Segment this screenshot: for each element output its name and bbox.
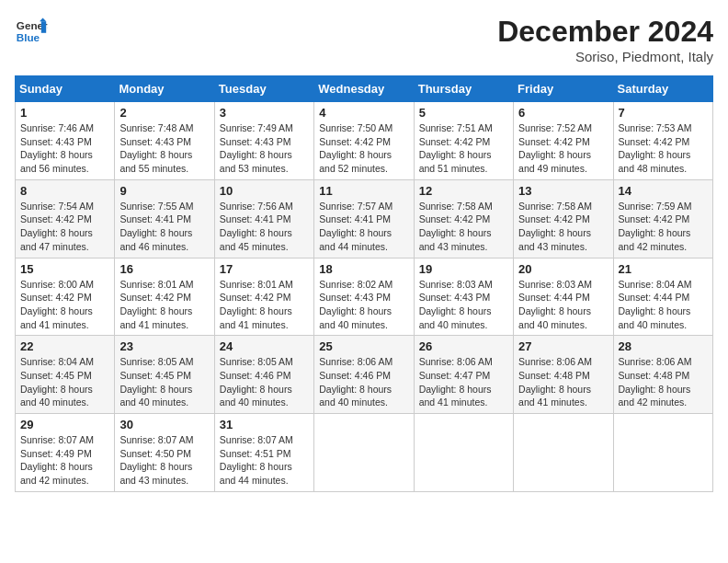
page-header: General Blue December 2024 Soriso, Piedm…: [15, 15, 713, 64]
day-number: 31: [220, 418, 309, 431]
day-detail: Sunrise: 7:53 AMSunset: 4:42 PMDaylight:…: [619, 121, 708, 176]
day-detail: Sunrise: 8:01 AMSunset: 4:42 PMDaylight:…: [119, 278, 209, 332]
day-number: 4: [319, 106, 408, 120]
calendar-cell: 31Sunrise: 8:07 AMSunset: 4:51 PMDayligh…: [214, 414, 313, 492]
header-row: SundayMondayTuesdayWednesdayThursdayFrid…: [16, 76, 713, 102]
calendar-cell: 24Sunrise: 8:05 AMSunset: 4:46 PMDayligh…: [214, 336, 313, 414]
calendar-cell: 17Sunrise: 8:01 AMSunset: 4:42 PMDayligh…: [214, 258, 313, 336]
day-detail: Sunrise: 7:54 AMSunset: 4:42 PMDaylight:…: [20, 200, 109, 254]
day-number: 18: [319, 262, 408, 276]
calendar-cell: 6Sunrise: 7:52 AMSunset: 4:42 PMDaylight…: [514, 102, 613, 180]
day-detail: Sunrise: 7:51 AMSunset: 4:42 PMDaylight:…: [419, 121, 508, 176]
day-number: 1: [20, 106, 109, 120]
day-number: 5: [419, 106, 508, 120]
calendar-cell: 19Sunrise: 8:03 AMSunset: 4:43 PMDayligh…: [414, 258, 513, 336]
day-detail: Sunrise: 8:03 AMSunset: 4:44 PMDaylight:…: [518, 278, 608, 332]
calendar-cell: 22Sunrise: 8:04 AMSunset: 4:45 PMDayligh…: [16, 336, 115, 414]
calendar-cell: 5Sunrise: 7:51 AMSunset: 4:42 PMDaylight…: [414, 102, 513, 180]
calendar-cell: 12Sunrise: 7:58 AMSunset: 4:42 PMDayligh…: [414, 179, 513, 258]
calendar-cell: 10Sunrise: 7:56 AMSunset: 4:41 PMDayligh…: [214, 179, 313, 258]
calendar-cell: 23Sunrise: 8:05 AMSunset: 4:45 PMDayligh…: [115, 336, 214, 414]
day-detail: Sunrise: 8:06 AMSunset: 4:47 PMDaylight:…: [419, 355, 508, 409]
calendar-week-row: 1Sunrise: 7:46 AMSunset: 4:43 PMDaylight…: [16, 102, 713, 180]
day-detail: Sunrise: 8:05 AMSunset: 4:45 PMDaylight:…: [119, 355, 209, 409]
day-number: 16: [119, 262, 209, 276]
day-number: 29: [20, 418, 109, 431]
day-detail: Sunrise: 8:06 AMSunset: 4:46 PMDaylight:…: [319, 355, 408, 409]
weekday-header: Friday: [514, 76, 613, 102]
day-number: 22: [20, 339, 109, 353]
day-detail: Sunrise: 7:58 AMSunset: 4:42 PMDaylight:…: [419, 200, 508, 254]
day-detail: Sunrise: 7:58 AMSunset: 4:42 PMDaylight:…: [518, 200, 608, 254]
day-number: 28: [619, 339, 708, 353]
day-number: 11: [319, 184, 408, 198]
day-detail: Sunrise: 8:02 AMSunset: 4:43 PMDaylight:…: [319, 278, 408, 332]
calendar-table: SundayMondayTuesdayWednesdayThursdayFrid…: [15, 75, 713, 492]
calendar-cell: 28Sunrise: 8:06 AMSunset: 4:48 PMDayligh…: [613, 336, 712, 414]
calendar-week-row: 8Sunrise: 7:54 AMSunset: 4:42 PMDaylight…: [16, 179, 713, 258]
calendar-cell: [314, 414, 414, 492]
calendar-cell: 16Sunrise: 8:01 AMSunset: 4:42 PMDayligh…: [115, 258, 214, 336]
calendar-cell: 14Sunrise: 7:59 AMSunset: 4:42 PMDayligh…: [613, 179, 712, 258]
calendar-cell: 29Sunrise: 8:07 AMSunset: 4:49 PMDayligh…: [16, 414, 115, 492]
day-detail: Sunrise: 8:05 AMSunset: 4:46 PMDaylight:…: [220, 355, 309, 409]
day-number: 19: [419, 262, 508, 276]
day-detail: Sunrise: 7:55 AMSunset: 4:41 PMDaylight:…: [119, 200, 209, 254]
day-detail: Sunrise: 8:03 AMSunset: 4:43 PMDaylight:…: [419, 278, 508, 332]
day-detail: Sunrise: 8:04 AMSunset: 4:44 PMDaylight:…: [619, 278, 708, 332]
day-detail: Sunrise: 8:06 AMSunset: 4:48 PMDaylight:…: [619, 355, 708, 409]
weekday-header: Sunday: [16, 76, 115, 102]
calendar-cell: 2Sunrise: 7:48 AMSunset: 4:43 PMDaylight…: [115, 102, 214, 180]
calendar-week-row: 29Sunrise: 8:07 AMSunset: 4:49 PMDayligh…: [16, 414, 713, 492]
calendar-cell: [414, 414, 513, 492]
day-detail: Sunrise: 7:52 AMSunset: 4:42 PMDaylight:…: [518, 121, 608, 176]
calendar-cell: 7Sunrise: 7:53 AMSunset: 4:42 PMDaylight…: [613, 102, 712, 180]
calendar-cell: 20Sunrise: 8:03 AMSunset: 4:44 PMDayligh…: [514, 258, 613, 336]
day-number: 17: [220, 262, 309, 276]
title-block: December 2024 Soriso, Piedmont, Italy: [497, 15, 713, 64]
day-number: 20: [518, 262, 608, 276]
weekday-header: Tuesday: [214, 76, 313, 102]
day-detail: Sunrise: 7:57 AMSunset: 4:41 PMDaylight:…: [319, 200, 408, 254]
day-number: 24: [220, 339, 309, 353]
day-number: 23: [119, 339, 209, 353]
day-number: 6: [518, 106, 608, 120]
calendar-cell: 11Sunrise: 7:57 AMSunset: 4:41 PMDayligh…: [314, 179, 414, 258]
day-number: 13: [518, 184, 608, 198]
weekday-header: Wednesday: [314, 76, 414, 102]
day-detail: Sunrise: 8:01 AMSunset: 4:42 PMDaylight:…: [220, 278, 309, 332]
day-detail: Sunrise: 8:04 AMSunset: 4:45 PMDaylight:…: [20, 355, 109, 409]
weekday-header: Saturday: [613, 76, 712, 102]
calendar-cell: 8Sunrise: 7:54 AMSunset: 4:42 PMDaylight…: [16, 179, 115, 258]
calendar-cell: 15Sunrise: 8:00 AMSunset: 4:42 PMDayligh…: [16, 258, 115, 336]
day-number: 7: [619, 106, 708, 120]
day-number: 25: [319, 339, 408, 353]
day-number: 2: [119, 106, 209, 120]
svg-text:Blue: Blue: [17, 31, 40, 43]
day-detail: Sunrise: 7:59 AMSunset: 4:42 PMDaylight:…: [619, 200, 708, 254]
day-number: 9: [119, 184, 209, 198]
calendar-week-row: 15Sunrise: 8:00 AMSunset: 4:42 PMDayligh…: [16, 258, 713, 336]
day-number: 12: [419, 184, 508, 198]
calendar-cell: 30Sunrise: 8:07 AMSunset: 4:50 PMDayligh…: [115, 414, 214, 492]
day-detail: Sunrise: 8:07 AMSunset: 4:50 PMDaylight:…: [119, 433, 209, 488]
day-number: 26: [419, 339, 508, 353]
day-number: 3: [220, 106, 309, 120]
calendar-week-row: 22Sunrise: 8:04 AMSunset: 4:45 PMDayligh…: [16, 336, 713, 414]
calendar-cell: 3Sunrise: 7:49 AMSunset: 4:43 PMDaylight…: [214, 102, 313, 180]
weekday-header: Monday: [115, 76, 214, 102]
day-number: 10: [220, 184, 309, 198]
day-detail: Sunrise: 7:46 AMSunset: 4:43 PMDaylight:…: [20, 121, 109, 176]
calendar-cell: 1Sunrise: 7:46 AMSunset: 4:43 PMDaylight…: [16, 102, 115, 180]
day-detail: Sunrise: 8:07 AMSunset: 4:51 PMDaylight:…: [220, 433, 309, 488]
day-detail: Sunrise: 8:00 AMSunset: 4:42 PMDaylight:…: [20, 278, 109, 332]
day-number: 15: [20, 262, 109, 276]
calendar-cell: 4Sunrise: 7:50 AMSunset: 4:42 PMDaylight…: [314, 102, 414, 180]
calendar-title: December 2024: [497, 15, 713, 49]
calendar-cell: 25Sunrise: 8:06 AMSunset: 4:46 PMDayligh…: [314, 336, 414, 414]
logo: General Blue: [15, 15, 48, 48]
day-number: 8: [20, 184, 109, 198]
day-detail: Sunrise: 7:48 AMSunset: 4:43 PMDaylight:…: [119, 121, 209, 176]
day-detail: Sunrise: 8:06 AMSunset: 4:48 PMDaylight:…: [518, 355, 608, 409]
calendar-subtitle: Soriso, Piedmont, Italy: [497, 49, 713, 64]
